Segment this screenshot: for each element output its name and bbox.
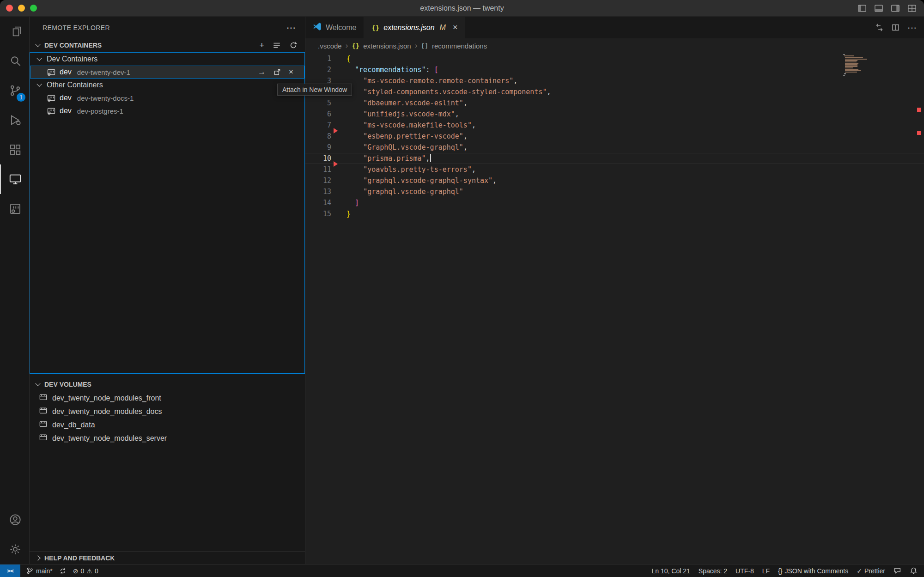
- minimap-line: [845, 66, 857, 67]
- minimap-line: [845, 64, 857, 65]
- activity-accounts[interactable]: [0, 505, 29, 534]
- activity-run-debug[interactable]: [0, 105, 29, 135]
- code-line[interactable]: 1{: [305, 53, 924, 64]
- attach-new-window-icon[interactable]: [273, 68, 281, 76]
- activity-explorer[interactable]: [0, 17, 29, 46]
- vscode-window: extensions.json — twenty 1: [0, 0, 924, 577]
- json-braces-icon: {}: [352, 42, 359, 49]
- code-line[interactable]: 3 "ms-vscode-remote.remote-containers",: [305, 75, 924, 86]
- code-line-text: "graphql.vscode-graphql-syntax",: [346, 175, 497, 186]
- sync-changes-button[interactable]: [59, 567, 67, 575]
- dev-volumes-header[interactable]: DEV VOLUMES: [30, 377, 305, 391]
- close-icon[interactable]: ×: [289, 67, 293, 77]
- plus-icon[interactable]: +: [259, 41, 264, 50]
- activity-settings[interactable]: [0, 534, 29, 564]
- breadcrumb-folder[interactable]: .vscode: [318, 42, 342, 50]
- activity-remote-explorer[interactable]: [0, 164, 29, 194]
- chevron-down-icon: [36, 81, 42, 86]
- language-mode[interactable]: {} JSON with Comments: [778, 567, 848, 575]
- code-line[interactable]: 14 ]: [305, 197, 924, 208]
- code-line[interactable]: 9 "GraphQL.vscode-graphql",: [305, 142, 924, 153]
- window-title: extensions.json — twenty: [0, 4, 924, 12]
- cursor-position[interactable]: Ln 10, Col 21: [652, 567, 690, 575]
- close-icon[interactable]: ×: [453, 23, 458, 32]
- zoom-button[interactable]: [30, 5, 37, 12]
- code-line-text: }: [346, 208, 351, 219]
- breadcrumb-separator: ›: [346, 41, 348, 50]
- code-line[interactable]: 4 "styled-components.vscode-styled-compo…: [305, 86, 924, 97]
- split-editor-icon[interactable]: [891, 23, 900, 32]
- bell-icon[interactable]: [910, 567, 918, 575]
- minimap-line: [845, 67, 853, 68]
- code-line[interactable]: 6 "unifiedjs.vscode-mdx",: [305, 109, 924, 120]
- volume-item[interactable]: dev_twenty_node_modules_server: [30, 431, 305, 445]
- feedback-icon[interactable]: [894, 567, 901, 575]
- code-line-text: ]: [346, 197, 359, 208]
- code-line[interactable]: 12 "graphql.vscode-graphql-syntax",: [305, 175, 924, 186]
- code-line[interactable]: 2 "recommendations": [: [305, 64, 924, 75]
- text-cursor: [430, 154, 431, 162]
- warning-icon: ⚠: [86, 567, 92, 575]
- tree-item-dev-twenty-docs-1[interactable]: dev dev-twenty-docs-1: [30, 91, 304, 104]
- remote-explorer-icon: [8, 172, 22, 186]
- volume-item[interactable]: dev_twenty_node_modules_front: [30, 391, 305, 405]
- tab-extensions-json[interactable]: {} extensions.json M ×: [364, 17, 465, 38]
- breadcrumb-symbol[interactable]: recommendations: [432, 42, 487, 50]
- toggle-panel-icon[interactable]: [874, 4, 883, 13]
- section-help-and-feedback[interactable]: HELP AND FEEDBACK: [30, 551, 305, 564]
- container-name: dev: [60, 94, 72, 102]
- line-number: 7: [305, 120, 331, 131]
- title-bar-actions: [857, 4, 924, 13]
- refresh-icon[interactable]: [289, 41, 298, 49]
- code-line[interactable]: 13 "graphql.vscode-graphql": [305, 186, 924, 197]
- toggle-sidebar-icon[interactable]: [857, 4, 867, 13]
- section-dev-containers[interactable]: DEV CONTAINERS +: [30, 38, 305, 52]
- code-line[interactable]: 7 "ms-vscode.makefile-tools",: [305, 120, 924, 131]
- minimap[interactable]: [843, 54, 876, 76]
- formatter-status[interactable]: ✓ Prettier: [857, 567, 885, 575]
- code-editor[interactable]: 1{2 "recommendations": [3 "ms-vscode-rem…: [305, 53, 924, 564]
- tree-item-dev-postgres-1[interactable]: dev dev-postgres-1: [30, 104, 304, 117]
- list-icon[interactable]: [273, 41, 281, 49]
- tab-welcome[interactable]: Welcome: [305, 17, 364, 38]
- code-line[interactable]: 15}: [305, 208, 924, 219]
- modified-indicator: M: [440, 24, 446, 32]
- overview-deleted-mark: [917, 131, 921, 135]
- traffic-lights: [0, 5, 37, 12]
- activity-source-control[interactable]: 1: [0, 76, 29, 105]
- breadcrumb: .vscode › {} extensions.json › [] recomm…: [305, 38, 924, 53]
- run-debug-icon: [8, 113, 22, 127]
- customize-layout-icon[interactable]: [907, 4, 917, 13]
- code-line[interactable]: 10 "prisma.prisma",: [305, 153, 924, 164]
- volume-item[interactable]: dev_twenty_node_modules_docs: [30, 405, 305, 418]
- encoding-status[interactable]: UTF-8: [736, 567, 754, 575]
- volume-icon: [39, 433, 48, 443]
- tree-group-dev-containers[interactable]: Dev Containers: [30, 53, 304, 66]
- eol-status[interactable]: LF: [762, 567, 770, 575]
- indentation-status[interactable]: Spaces: 2: [699, 567, 727, 575]
- activity-containers[interactable]: [0, 194, 29, 224]
- close-button[interactable]: [6, 5, 13, 12]
- code-line[interactable]: 11 "yoavbls.pretty-ts-errors",: [305, 164, 924, 175]
- code-line[interactable]: 8 "esbenp.prettier-vscode",: [305, 131, 924, 142]
- minimap-line: [845, 69, 858, 70]
- breadcrumb-file[interactable]: extensions.json: [363, 42, 411, 50]
- tree-group-other-containers[interactable]: Other Containers: [30, 79, 304, 91]
- more-actions-icon[interactable]: ⋯: [907, 22, 917, 33]
- remote-indicator[interactable]: ><: [0, 565, 20, 577]
- title-bar: extensions.json — twenty: [0, 0, 924, 17]
- attach-current-window-icon[interactable]: →: [258, 67, 266, 77]
- problems-status[interactable]: ⊘ 0 ⚠ 0: [73, 567, 98, 575]
- code-line[interactable]: 5 "dbaeumer.vscode-eslint",: [305, 97, 924, 109]
- git-branch-status[interactable]: main*: [26, 567, 53, 575]
- activity-bar: 1: [0, 17, 30, 564]
- minimize-button[interactable]: [18, 5, 25, 12]
- volume-item[interactable]: dev_db_data: [30, 418, 305, 431]
- open-changes-icon[interactable]: [875, 23, 884, 32]
- activity-extensions[interactable]: [0, 135, 29, 164]
- more-actions-icon[interactable]: ⋯: [286, 22, 296, 33]
- toggle-secondary-sidebar-icon[interactable]: [891, 4, 900, 13]
- tree-item-dev-twenty-dev-1[interactable]: dev dev-twenty-dev-1 → ×: [30, 66, 304, 79]
- activity-search[interactable]: [0, 46, 29, 76]
- line-number: 5: [305, 97, 331, 109]
